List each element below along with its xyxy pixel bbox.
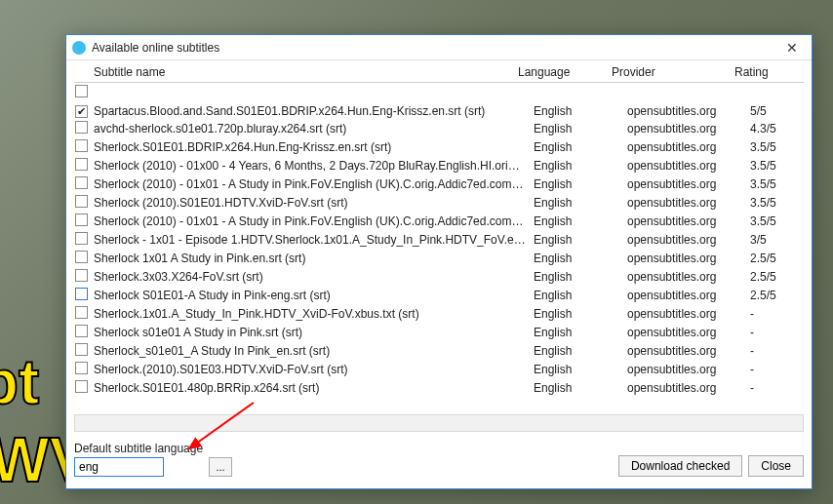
row-provider: opensubtitles.org [627,159,750,173]
row-provider: opensubtitles.org [627,122,750,136]
header-name[interactable]: Subtitle name [92,65,518,79]
dialog-footer: Default subtitle language ... Download c… [74,442,804,477]
row-language: English [534,233,627,247]
row-language: English [534,381,627,395]
row-rating: - [750,381,804,395]
default-language-input[interactable] [74,457,164,477]
row-provider: opensubtitles.org [627,233,750,247]
subtitles-dialog: Available online subtitles ✕ Subtitle na… [65,34,813,489]
row-rating: 2.5/5 [750,252,804,265]
table-row[interactable]: Sherlock_s01e01_A Study In Pink_en.srt (… [74,341,804,360]
row-name: Sherlock.S01E01.BDRIP.x264.Hun.Eng-Kriss… [92,140,534,154]
row-rating: 3.5/5 [750,177,804,191]
row-rating: 3.5/5 [750,214,804,228]
header-provider[interactable]: Provider [612,65,734,79]
table-row[interactable]: Sherlock S01E01-A Study in Pink-eng.srt … [74,286,804,304]
row-checkbox[interactable] [75,251,88,263]
row-language: English [534,252,627,265]
row-provider: opensubtitles.org [627,270,750,284]
browse-language-button[interactable]: ... [209,457,232,477]
row-provider: opensubtitles.org [627,326,750,339]
row-language: English [534,140,627,154]
table-row[interactable]: Sherlock (2010) - 01x01 - A Study in Pin… [74,174,804,193]
select-all-checkbox[interactable] [75,85,88,97]
row-provider: opensubtitles.org [627,140,750,154]
row-language: English [534,344,627,358]
row-name: avchd-sherlock.s01e01.720p.bluray.x264.s… [92,122,534,136]
dialog-content: Subtitle name Language Provider Rating S… [66,60,812,485]
table-row[interactable]: Sherlock (2010) - 01x01 - A Study in Pin… [74,212,804,230]
table-row[interactable]: Sherlock.S01E01.BDRIP.x264.Hun.Eng-Kriss… [74,137,804,156]
table-row[interactable]: Sherlock.1x01.A_Study_In_Pink.HDTV_XviD-… [74,304,804,323]
table-row[interactable]: Sherlock s01e01 A Study in Pink.srt (srt… [74,323,804,341]
table-row[interactable]: Sherlock 1x01 A Study in Pink.en.srt (sr… [74,249,804,267]
row-rating: 3/5 [750,233,804,247]
row-rating: 2.5/5 [750,289,804,302]
row-checkbox[interactable] [75,288,88,300]
row-checkbox[interactable] [75,195,88,208]
row-checkbox[interactable] [75,121,88,134]
row-language: English [534,159,627,173]
row-checkbox[interactable] [75,176,88,189]
table-row[interactable]: Sherlock.3x03.X264-FoV.srt (srt)Englisho… [74,267,804,286]
row-checkbox[interactable] [75,158,88,171]
download-checked-button[interactable]: Download checked [618,455,742,477]
table-row[interactable]: Sherlock.(2010).S01E03.HDTV.XviD-FoV.srt… [74,360,804,378]
row-checkbox[interactable] [75,343,88,356]
row-provider: opensubtitles.org [627,252,750,265]
row-provider: opensubtitles.org [627,214,750,228]
table-row[interactable]: avchd-sherlock.s01e01.720p.bluray.x264.s… [74,119,804,137]
table-row[interactable]: Sherlock.S01E01.480p.BRRip.x264.srt (srt… [74,378,804,397]
row-name: Sherlock.1x01.A_Study_In_Pink.HDTV_XviD-… [92,307,534,321]
titlebar: Available online subtitles ✕ [66,35,812,60]
table-body[interactable]: Spartacus.Blood.and.Sand.S01E01.BDRIP.x2… [74,102,804,403]
row-language: English [534,122,627,136]
row-provider: opensubtitles.org [627,307,750,321]
row-language: English [534,104,627,118]
row-rating: - [750,363,804,376]
close-button[interactable]: Close [748,455,804,477]
row-checkbox[interactable] [75,269,88,282]
row-checkbox[interactable] [75,362,88,374]
table-row[interactable]: Sherlock - 1x01 - Episode 1.HDTV.Sherloc… [74,230,804,249]
row-language: English [534,177,627,191]
row-name: Sherlock (2010).S01E01.HDTV.XviD-FoV.srt… [92,196,534,210]
row-provider: opensubtitles.org [627,177,750,191]
row-provider: opensubtitles.org [627,289,750,302]
row-name: Sherlock s01e01 A Study in Pink.srt (srt… [92,326,534,339]
row-provider: opensubtitles.org [627,381,750,395]
table-row[interactable]: Sherlock (2010) - 01x00 - 4 Years, 6 Mon… [74,156,804,174]
row-checkbox[interactable] [75,380,88,393]
row-name: Sherlock (2010) - 01x01 - A Study in Pin… [92,214,534,228]
row-checkbox[interactable] [75,105,88,118]
close-icon[interactable]: ✕ [776,37,808,58]
row-provider: opensubtitles.org [627,363,750,376]
table-row[interactable]: Spartacus.Blood.and.Sand.S01E01.BDRIP.x2… [74,102,804,119]
row-language: English [534,289,627,302]
row-name: Sherlock (2010) - 01x00 - 4 Years, 6 Mon… [92,159,534,173]
row-name: Sherlock (2010) - 01x01 - A Study in Pin… [92,177,534,191]
row-rating: - [750,307,804,321]
row-name: Sherlock.S01E01.480p.BRRip.x264.srt (srt… [92,381,534,395]
row-language: English [534,270,627,284]
header-language[interactable]: Language [518,65,612,79]
row-provider: opensubtitles.org [627,344,750,358]
row-name: Sherlock - 1x01 - Episode 1.HDTV.Sherloc… [92,233,534,247]
row-name: Sherlock.3x03.X264-FoV.srt (srt) [92,270,534,284]
header-rating[interactable]: Rating [734,65,788,79]
row-checkbox[interactable] [75,306,88,319]
app-icon [72,41,86,55]
row-language: English [534,307,627,321]
row-checkbox[interactable] [75,213,88,226]
row-language: English [534,214,627,228]
table-row[interactable]: Sherlock (2010).S01E01.HDTV.XviD-FoV.srt… [74,193,804,212]
row-name: Spartacus.Blood.and.Sand.S01E01.BDRIP.x2… [92,104,534,118]
row-checkbox[interactable] [75,325,88,337]
row-checkbox[interactable] [75,232,88,245]
row-rating: - [750,344,804,358]
row-name: Sherlock S01E01-A Study in Pink-eng.srt … [92,289,534,302]
dialog-title: Available online subtitles [92,41,776,55]
row-rating: - [750,326,804,339]
row-rating: 4.3/5 [750,122,804,136]
row-checkbox[interactable] [75,139,88,152]
